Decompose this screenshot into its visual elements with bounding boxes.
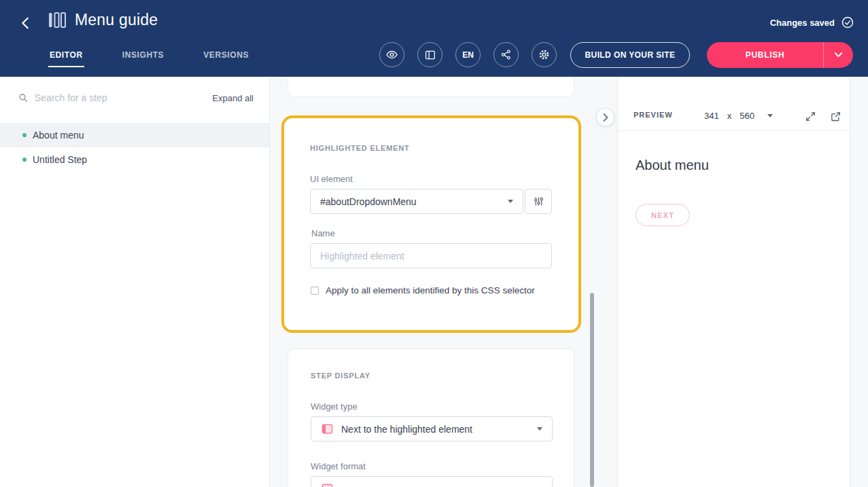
chevron-down-icon bbox=[537, 427, 542, 431]
apply-all-checkbox[interactable] bbox=[311, 287, 319, 295]
step-item-untitled-step[interactable]: Untitled Step bbox=[0, 147, 269, 172]
page-title: Menu guide bbox=[75, 11, 158, 29]
step-search bbox=[18, 92, 143, 103]
share-button[interactable] bbox=[493, 42, 519, 67]
sidebar-header: Expand all bbox=[0, 77, 269, 119]
preview-header: PREVIEW 341 x 560 bbox=[618, 101, 850, 131]
tab-editor[interactable]: EDITOR bbox=[48, 50, 84, 67]
brand: Menu guide bbox=[48, 11, 158, 29]
expand-all-link[interactable]: Expand all bbox=[212, 93, 254, 103]
publish-split-button: PUBLISH bbox=[707, 42, 853, 68]
publish-button[interactable]: PUBLISH bbox=[707, 42, 823, 68]
tab-versions[interactable]: VERSIONS bbox=[202, 50, 250, 67]
preview-panel-toggle[interactable] bbox=[596, 108, 614, 126]
search-icon bbox=[18, 92, 29, 103]
widget-type-label: Widget type bbox=[311, 401, 358, 412]
preview-size-separator: x bbox=[727, 111, 732, 121]
apply-all-label: Apply to all elements identified by this… bbox=[326, 285, 535, 295]
eye-icon bbox=[385, 48, 398, 61]
preview-title: PREVIEW bbox=[633, 111, 673, 119]
build-on-your-site-button[interactable]: BUILD ON YOUR SITE bbox=[570, 42, 690, 68]
topbar: Menu guide Changes saved EDITOR INSIGHTS… bbox=[0, 0, 868, 77]
step-label: About menu bbox=[33, 130, 84, 141]
step-item-about-menu[interactable]: About menu bbox=[0, 123, 269, 147]
external-link-icon bbox=[830, 111, 841, 122]
preview-panel: PREVIEW 341 x 560 About menu NEXT bbox=[617, 77, 850, 487]
preview-step-title: About menu bbox=[636, 158, 709, 173]
chevron-right-icon bbox=[603, 113, 608, 122]
step-display-card: STEP DISPLAY Widget type Next to the hig… bbox=[288, 348, 574, 487]
selector-settings-button[interactable] bbox=[525, 189, 552, 214]
widget-type-value: Next to the highlighted element bbox=[341, 424, 472, 435]
layout-button[interactable] bbox=[417, 42, 442, 67]
section-title: STEP DISPLAY bbox=[311, 372, 370, 380]
ui-element-value: #aboutDropdownMenu bbox=[320, 196, 417, 207]
widget-format-select[interactable] bbox=[311, 476, 553, 487]
highlighted-element-name-input[interactable] bbox=[310, 243, 552, 268]
section-title: HIGHLIGHTED ELEMENT bbox=[310, 144, 410, 152]
ui-element-label: UI element bbox=[310, 174, 353, 184]
app-logo-icon bbox=[48, 11, 66, 29]
ui-element-select[interactable]: #aboutDropdownMenu bbox=[310, 189, 523, 214]
step-bullet-icon bbox=[22, 133, 27, 137]
search-input[interactable] bbox=[35, 92, 143, 103]
steps-list: About menu Untitled Step bbox=[0, 123, 269, 172]
step-bullet-icon bbox=[22, 158, 27, 162]
editor-tabs: EDITOR INSIGHTS VERSIONS bbox=[48, 50, 250, 67]
back-button[interactable] bbox=[16, 14, 35, 33]
previous-card-partial bbox=[288, 77, 574, 97]
check-circle-icon bbox=[841, 16, 854, 29]
preview-size-dropdown[interactable]: 341 x 560 bbox=[704, 107, 773, 124]
steps-sidebar: Expand all About menu Untitled Step bbox=[0, 77, 270, 487]
preview-height: 560 bbox=[740, 111, 754, 121]
widget-type-icon bbox=[321, 422, 334, 435]
highlighted-element-card: HIGHLIGHTED ELEMENT UI element #aboutDro… bbox=[281, 115, 581, 333]
gear-icon bbox=[538, 48, 551, 61]
preview-width: 341 bbox=[704, 111, 719, 121]
settings-button[interactable] bbox=[532, 42, 557, 67]
apply-all-row: Apply to all elements identified by this… bbox=[311, 285, 535, 295]
preview-eye-button[interactable] bbox=[379, 42, 404, 67]
language-button[interactable]: EN bbox=[455, 42, 481, 67]
chevron-left-icon bbox=[18, 16, 33, 31]
changes-saved-status: Changes saved bbox=[770, 16, 854, 29]
sliders-icon bbox=[533, 196, 544, 207]
app-root: Menu guide Changes saved EDITOR INSIGHTS… bbox=[0, 0, 868, 487]
tab-insights[interactable]: INSIGHTS bbox=[121, 50, 165, 67]
chevron-down-icon bbox=[508, 200, 513, 203]
expand-icon bbox=[805, 111, 816, 122]
layout-icon bbox=[424, 49, 436, 61]
open-in-new-tab-button[interactable] bbox=[827, 107, 844, 125]
changes-saved-label: Changes saved bbox=[770, 18, 835, 28]
chevron-down-icon bbox=[767, 114, 773, 118]
preview-next-button[interactable]: NEXT bbox=[636, 204, 690, 226]
name-label: Name bbox=[311, 228, 335, 238]
widget-type-select[interactable]: Next to the highlighted element bbox=[311, 416, 553, 441]
share-icon bbox=[500, 49, 512, 60]
step-label: Untitled Step bbox=[33, 154, 87, 165]
topbar-actions: EN bbox=[379, 42, 557, 67]
publish-dropdown-button[interactable] bbox=[823, 42, 853, 68]
editor-scrollbar[interactable] bbox=[590, 293, 594, 487]
preview-fullscreen-button[interactable] bbox=[801, 107, 819, 125]
widget-format-label: Widget format bbox=[311, 461, 366, 471]
widget-format-icon bbox=[321, 482, 334, 487]
editor-pane: HIGHLIGHTED ELEMENT UI element #aboutDro… bbox=[271, 77, 617, 487]
chevron-down-icon bbox=[835, 52, 842, 58]
language-badge: EN bbox=[462, 50, 474, 60]
